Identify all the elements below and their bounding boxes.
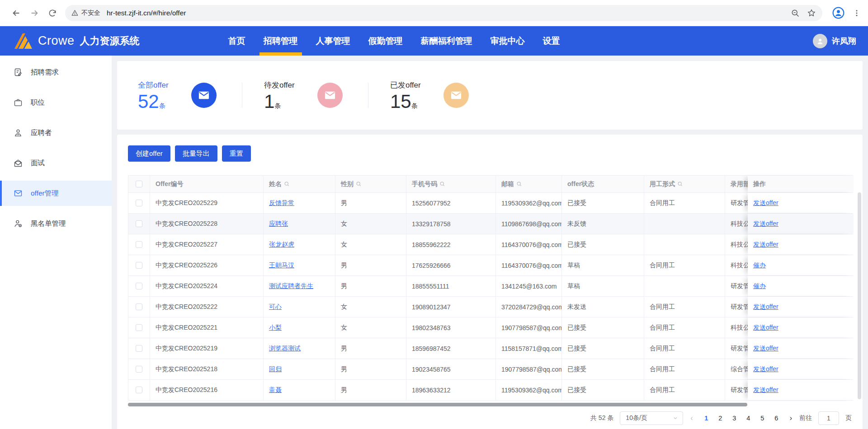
row-action-link[interactable]: 发送offer xyxy=(753,345,778,353)
row-checkbox[interactable] xyxy=(136,241,142,248)
profile-avatar-icon[interactable] xyxy=(832,7,844,19)
page-number-6[interactable]: 6 xyxy=(770,415,783,422)
cell-phone: 18596987452 xyxy=(406,338,496,359)
sidebar-item-positions[interactable]: 职位 xyxy=(0,90,112,115)
column-header-name: 姓名 xyxy=(264,176,335,192)
search-icon[interactable] xyxy=(516,181,522,187)
cell-employment-type: 合同用工 xyxy=(644,317,725,338)
cell-offer-id: 中竞发CREO2025216 xyxy=(150,380,264,400)
candidate-name-link[interactable]: 回归 xyxy=(269,365,282,373)
row-action-link[interactable]: 发送offer xyxy=(753,199,778,207)
sidebar-item-interviews[interactable]: 面试 xyxy=(0,150,112,176)
cell-offer-id: 中竞发CREO2025229 xyxy=(150,193,264,213)
page-number-3[interactable]: 3 xyxy=(728,415,741,422)
browser-reload-icon[interactable] xyxy=(43,4,61,22)
zoom-out-icon[interactable] xyxy=(791,9,800,18)
next-page-icon[interactable]: › xyxy=(789,414,793,422)
sidebar-item-blacklist[interactable]: 黑名单管理 xyxy=(0,211,112,236)
cell-phone: 19089012347 xyxy=(406,297,496,317)
row-checkbox[interactable] xyxy=(136,303,142,310)
app-title: 人力资源系统 xyxy=(80,34,140,48)
sidebar-item-label: 应聘者 xyxy=(31,128,52,138)
cell-gender: 男 xyxy=(335,276,406,296)
select-all-checkbox[interactable] xyxy=(136,181,142,187)
row-checkbox[interactable] xyxy=(136,345,142,352)
nav-item-payroll[interactable]: 薪酬福利管理 xyxy=(421,26,472,56)
cell-status: 已接受 xyxy=(562,193,644,213)
row-checkbox[interactable] xyxy=(136,387,142,393)
nav-item-home[interactable]: 首页 xyxy=(228,26,245,56)
nav-item-approval[interactable]: 审批中心 xyxy=(491,26,525,56)
cell-email: 1907798587@qq.com xyxy=(496,317,562,338)
reset-button[interactable]: 重置 xyxy=(222,145,251,162)
candidate-name-link[interactable]: 小梨 xyxy=(269,324,282,332)
column-header-email: 邮箱 xyxy=(496,176,562,192)
sidebar-item-candidates[interactable]: 应聘者 xyxy=(0,120,112,145)
stats-divider xyxy=(368,83,368,108)
table-row: 中竞发CREO2025228 应聘张 女 13329178758 1109867… xyxy=(128,214,853,234)
search-icon[interactable] xyxy=(284,181,290,187)
browser-back-icon[interactable] xyxy=(7,4,25,22)
row-checkbox[interactable] xyxy=(136,366,142,373)
candidate-name-link[interactable]: 盖聂 xyxy=(269,386,282,394)
row-checkbox[interactable] xyxy=(136,220,142,227)
nav-item-settings[interactable]: 设置 xyxy=(543,26,560,56)
row-action-link[interactable]: 催办 xyxy=(753,261,766,270)
candidate-name-link[interactable]: 应聘张 xyxy=(269,220,288,228)
page-number-4[interactable]: 4 xyxy=(742,415,755,422)
user-menu[interactable]: 许凤翔 xyxy=(813,34,856,48)
goto-page-input[interactable] xyxy=(818,411,839,425)
candidate-name-link[interactable]: 可心 xyxy=(269,303,282,311)
horizontal-scrollbar[interactable] xyxy=(128,403,747,406)
nav-item-recruit[interactable]: 招聘管理 xyxy=(264,26,298,56)
cell-department: 研发管 xyxy=(725,193,748,213)
bookmark-star-icon[interactable] xyxy=(807,9,816,18)
nav-item-attendance[interactable]: 假勤管理 xyxy=(368,26,403,56)
row-action-link[interactable]: 发送offer xyxy=(753,365,778,373)
page-number-2[interactable]: 2 xyxy=(714,415,726,422)
candidate-name-link[interactable]: 王朝马汉 xyxy=(269,261,294,270)
row-action-link[interactable]: 发送offer xyxy=(753,241,778,249)
row-checkbox[interactable] xyxy=(136,283,142,289)
search-icon[interactable] xyxy=(439,181,445,187)
sidebar-item-recruit-demand[interactable]: 招聘需求 xyxy=(0,60,112,85)
column-header-department: 录用部门 xyxy=(725,176,748,192)
row-action-link[interactable]: 发送offer xyxy=(753,220,778,228)
create-offer-button[interactable]: 创建offer xyxy=(128,145,170,162)
browser-menu-icon[interactable] xyxy=(853,9,861,17)
url-bar[interactable]: 不安全 hr-test.zjf-it.cn/#/hire/offer xyxy=(65,5,822,21)
search-icon[interactable] xyxy=(677,181,683,187)
row-checkbox[interactable] xyxy=(136,200,142,206)
candidate-name-link[interactable]: 浏览器测试 xyxy=(269,345,301,353)
sidebar-item-label: 面试 xyxy=(31,159,45,168)
row-action-link[interactable]: 发送offer xyxy=(753,303,778,311)
table-header-row: Offer编号 姓名 性别 手机号码 邮箱 offer状态 用工形式 录用部门 … xyxy=(128,176,853,193)
goto-label: 前往 xyxy=(799,414,812,422)
candidate-name-link[interactable]: 测试应聘者先生 xyxy=(269,282,313,290)
candidate-name-link[interactable]: 张龙赵虎 xyxy=(269,241,294,249)
search-icon[interactable] xyxy=(356,181,362,187)
briefcase-icon xyxy=(14,98,23,107)
row-checkbox[interactable] xyxy=(136,262,142,269)
prev-page-icon[interactable]: ‹ xyxy=(689,414,693,422)
candidate-name-link[interactable]: 反馈异常 xyxy=(269,199,294,207)
warning-icon xyxy=(71,9,78,16)
stat-value: 52 xyxy=(138,91,159,112)
page-number-5[interactable]: 5 xyxy=(756,415,769,422)
nav-item-hr[interactable]: 人事管理 xyxy=(316,26,350,56)
row-action-link[interactable]: 发送offer xyxy=(753,324,778,332)
security-chip[interactable]: 不安全 xyxy=(71,9,107,17)
browser-forward-icon[interactable] xyxy=(25,4,43,22)
cell-status: 已接受 xyxy=(562,234,644,255)
sidebar-item-label: offer管理 xyxy=(31,189,59,198)
row-checkbox[interactable] xyxy=(136,324,142,331)
sidebar-item-offer[interactable]: offer管理 xyxy=(0,181,112,206)
brand-name: Crowe xyxy=(38,34,75,48)
row-action-link[interactable]: 发送offer xyxy=(753,386,778,394)
page-size-select[interactable]: 10条/页 xyxy=(620,411,683,425)
batch-export-button[interactable]: 批量导出 xyxy=(175,145,217,162)
vertical-scrollbar[interactable] xyxy=(858,192,861,399)
cell-gender: 男 xyxy=(335,255,406,275)
row-action-link[interactable]: 催办 xyxy=(753,282,766,290)
page-number-1[interactable]: 1 xyxy=(700,415,712,422)
